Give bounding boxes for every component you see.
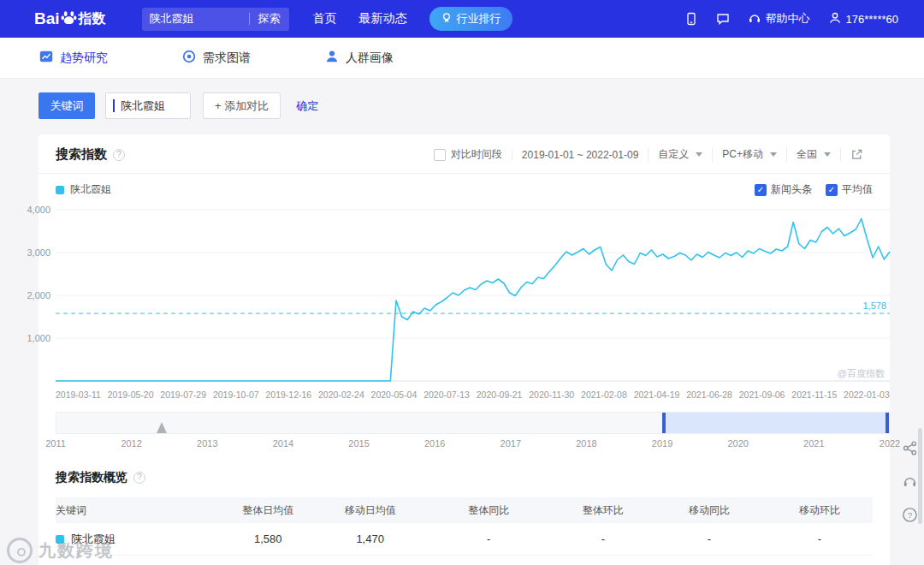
search-index-chart-svg bbox=[56, 205, 890, 385]
cell-overall-avg: 1,580 bbox=[219, 532, 317, 545]
keyword-bar: 关键词 陕北霞姐 + 添加对比 确定 bbox=[38, 92, 924, 119]
timeline-year-label: 2018 bbox=[576, 438, 596, 449]
industry-ranking-pill[interactable]: 行业排行 bbox=[429, 7, 512, 31]
explore-button[interactable]: 探索 bbox=[250, 11, 289, 27]
watermark-logo-icon bbox=[7, 538, 33, 563]
row-swatch bbox=[56, 535, 64, 544]
overview-help-icon[interactable]: ? bbox=[133, 472, 145, 484]
device-dropdown[interactable]: PC+移动 bbox=[712, 147, 786, 162]
panel-controls: 对比时间段 2019-01-01 ~ 2022-01-09 自定义 PC+移动 … bbox=[424, 147, 873, 162]
slider-handle-right[interactable] bbox=[886, 413, 889, 433]
x-axis-label: 2022-01-03 bbox=[844, 390, 890, 400]
timeline-years: 2011201220132014201520162017201820192020… bbox=[56, 438, 890, 451]
compare-period-checkbox[interactable]: 对比时间段 bbox=[424, 147, 512, 162]
tab-trend-label: 趋势研究 bbox=[60, 51, 108, 66]
radar-icon bbox=[181, 49, 197, 67]
news-headlines-toggle[interactable]: ✓新闻头条 bbox=[755, 182, 812, 197]
user-icon bbox=[828, 11, 842, 27]
checkbox-checked-icon: ✓ bbox=[826, 184, 838, 196]
support-button[interactable] bbox=[902, 473, 918, 492]
chart-toggles: ✓新闻头条 ✓平均值 bbox=[755, 182, 873, 197]
cell-mobile-avg: 1,470 bbox=[317, 532, 424, 545]
baidu-index-logo[interactable]: Bai 指数 bbox=[34, 9, 106, 28]
x-axis-label: 2019-12-16 bbox=[265, 390, 311, 400]
x-axis-label: 2019-03-11 bbox=[56, 390, 101, 400]
slider-selection[interactable] bbox=[662, 413, 889, 433]
timeline-year-label: 2011 bbox=[45, 438, 66, 449]
account-menu[interactable]: 176*****60 bbox=[828, 11, 898, 27]
cell-overall-yoy: - bbox=[424, 532, 554, 545]
x-axis-label: 2019-07-29 bbox=[160, 390, 206, 400]
table-header-row: 关键词 整体日均值 移动日均值 整体同比 整体环比 移动同比 移动环比 bbox=[56, 497, 873, 523]
timeline-year-label: 2017 bbox=[500, 438, 521, 449]
mobile-app-button[interactable] bbox=[684, 12, 698, 26]
region-dropdown[interactable]: 全国 bbox=[786, 147, 840, 162]
external-link-icon[interactable] bbox=[840, 148, 873, 161]
col-mobile-yoy: 移动同比 bbox=[652, 503, 767, 518]
search-input[interactable] bbox=[142, 13, 249, 26]
share-button[interactable] bbox=[902, 440, 918, 459]
panel-header: 搜索指数 ? 对比时间段 2019-01-01 ~ 2022-01-09 自定义… bbox=[38, 134, 890, 174]
question-button[interactable]: ? bbox=[902, 507, 918, 526]
timeline-year-label: 2016 bbox=[424, 438, 445, 449]
legend-label: 陕北霞姐 bbox=[70, 182, 111, 197]
keyword-cell: 陕北霞姐 bbox=[56, 532, 219, 547]
confirm-button[interactable]: 确定 bbox=[296, 98, 318, 114]
tab-trend-research[interactable]: 趋势研究 bbox=[38, 49, 108, 67]
panel-title: 搜索指数 bbox=[56, 146, 107, 163]
x-axis-label: 2021-11-15 bbox=[791, 390, 837, 400]
tab-demand-map[interactable]: 需求图谱 bbox=[181, 49, 251, 67]
date-range[interactable]: 2019-01-01 ~ 2022-01-09 bbox=[512, 149, 648, 161]
timeline-year-label: 2021 bbox=[803, 438, 824, 449]
table-row[interactable]: 陕北霞姐 1,580 1,470 - - - - bbox=[56, 523, 873, 556]
message-button[interactable] bbox=[716, 12, 730, 26]
keyword-input[interactable]: 陕北霞姐 bbox=[105, 92, 191, 119]
y-axis-label: 1,000 bbox=[3, 333, 50, 343]
search-index-panel: 搜索指数 ? 对比时间段 2019-01-01 ~ 2022-01-09 自定义… bbox=[38, 134, 890, 565]
y-axis-label: 4,000 bbox=[3, 205, 50, 215]
checkbox-empty-icon bbox=[434, 149, 446, 161]
legend-item[interactable]: 陕北霞姐 bbox=[56, 182, 111, 197]
help-center-link[interactable]: 帮助中心 bbox=[748, 11, 810, 27]
custom-dropdown[interactable]: 自定义 bbox=[648, 147, 712, 162]
y-axis-label: 3,000 bbox=[3, 247, 50, 258]
scrollbar[interactable] bbox=[918, 428, 922, 524]
overview-table: 关键词 整体日均值 移动日均值 整体同比 整体环比 移动同比 移动环比 陕北霞姐… bbox=[56, 497, 873, 556]
tab-demand-label: 需求图谱 bbox=[203, 51, 251, 66]
slider-handle-left[interactable] bbox=[662, 413, 666, 433]
keyword-label-button[interactable]: 关键词 bbox=[38, 92, 95, 119]
col-overall-mom: 整体环比 bbox=[554, 503, 653, 518]
cell-mobile-mom: - bbox=[767, 532, 873, 545]
help-icon[interactable]: ? bbox=[113, 149, 125, 161]
headset-icon bbox=[748, 11, 761, 27]
paw-icon bbox=[60, 9, 78, 28]
x-axis-label: 2020-07-13 bbox=[424, 390, 470, 400]
chart-watermark: @百度指数 bbox=[838, 367, 885, 380]
nav-home[interactable]: 首页 bbox=[313, 11, 337, 27]
timeline-slider[interactable] bbox=[56, 412, 890, 434]
x-axis-label: 2021-04-19 bbox=[634, 390, 680, 400]
help-center-label: 帮助中心 bbox=[766, 11, 810, 27]
top-search-box: 探索 bbox=[142, 8, 289, 31]
tab-audience-portrait[interactable]: 人群画像 bbox=[324, 49, 394, 67]
top-nav: 首页 最新动态 行业排行 bbox=[313, 7, 512, 31]
x-axis-label: 2019-10-07 bbox=[213, 390, 259, 400]
x-axis-label: 2020-09-21 bbox=[477, 390, 523, 400]
person-icon bbox=[324, 49, 340, 67]
timeline-year-label: 2020 bbox=[727, 438, 748, 449]
add-compare-button[interactable]: + 添加对比 bbox=[203, 92, 281, 119]
timeline-year-label: 2015 bbox=[348, 438, 369, 449]
average-toggle[interactable]: ✓平均值 bbox=[826, 182, 873, 197]
medal-icon bbox=[441, 12, 453, 27]
nav-latest-news[interactable]: 最新动态 bbox=[359, 11, 407, 27]
chevron-down-icon bbox=[770, 152, 777, 157]
keyword-color-mark bbox=[113, 99, 115, 112]
cell-mobile-yoy: - bbox=[652, 532, 767, 545]
search-index-chart[interactable]: 1,0002,0003,0004,000 1,578 @百度指数 bbox=[56, 205, 890, 385]
timeline-year-label: 2012 bbox=[121, 438, 141, 449]
timeline-year-label: 2013 bbox=[197, 438, 217, 449]
top-navbar: Bai 指数 探索 首页 最新动态 行业排行 帮助中心 176*****60 bbox=[0, 0, 924, 38]
cell-overall-mom: - bbox=[554, 532, 653, 545]
industry-ranking-label: 行业排行 bbox=[457, 11, 501, 27]
x-axis-label: 2020-11-30 bbox=[529, 390, 574, 400]
